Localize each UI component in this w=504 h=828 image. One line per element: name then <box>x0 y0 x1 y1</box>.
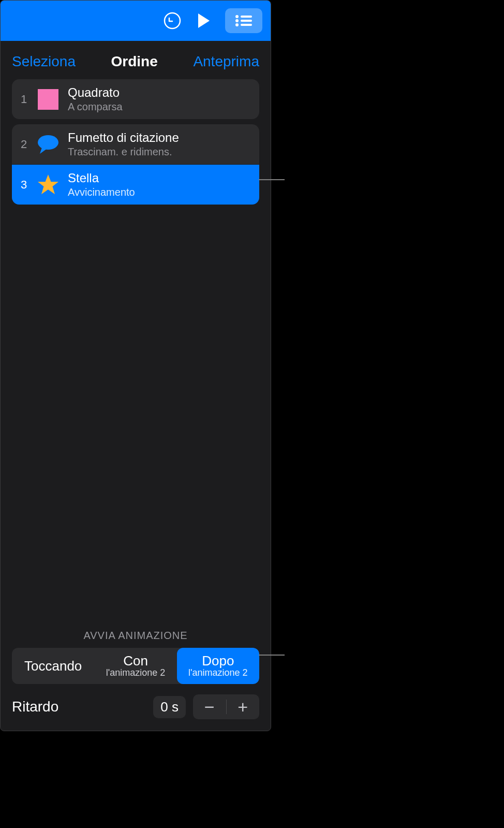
section-label: AVVIA ANIMAZIONE <box>12 630 259 642</box>
list-item-selected[interactable]: 3 Stella Avvicinamento <box>12 165 259 205</box>
svg-rect-4 <box>241 20 252 22</box>
callout-line <box>259 655 285 656</box>
item-subtitle: Avvicinamento <box>68 186 135 198</box>
item-number: 2 <box>19 138 28 151</box>
svg-rect-2 <box>241 16 252 18</box>
tab-select[interactable]: Seleziona <box>12 53 76 70</box>
delay-row: Ritardo 0 s − + <box>12 694 259 719</box>
svg-point-7 <box>38 135 58 150</box>
delay-value: 0 s <box>153 696 186 718</box>
list-button[interactable] <box>225 8 262 33</box>
svg-point-5 <box>235 23 239 26</box>
list-group: 2 Fumetto di citazione Trascinam. e ridi… <box>12 124 259 205</box>
seg-main: Con <box>123 653 148 669</box>
svg-point-1 <box>235 15 239 18</box>
item-subtitle: A comparsa <box>68 101 123 113</box>
star-icon <box>37 173 60 196</box>
item-title: Stella <box>68 171 135 185</box>
item-title: Quadrato <box>68 85 123 100</box>
delay-stepper: − + <box>193 694 259 719</box>
seg-with-build[interactable]: Con l'animazione 2 <box>94 648 176 684</box>
animation-order-panel: Seleziona Ordine Anteprima 1 Quadrato A … <box>0 0 271 731</box>
stepper-plus[interactable]: + <box>227 694 260 719</box>
tab-order: Ordine <box>111 53 158 70</box>
stepper-minus[interactable]: − <box>193 694 226 719</box>
bubble-icon <box>37 133 60 156</box>
item-subtitle: Trascinam. e ridimens. <box>68 146 179 158</box>
footer: AVVIA ANIMAZIONE Toccando Con l'animazio… <box>1 620 271 731</box>
item-number: 1 <box>19 93 28 106</box>
seg-after-build[interactable]: Dopo l'animazione 2 <box>177 648 259 684</box>
seg-sub: l'animazione 2 <box>106 668 166 678</box>
play-button[interactable] <box>196 12 211 29</box>
svg-point-3 <box>235 19 239 22</box>
list-item[interactable]: 2 Fumetto di citazione Trascinam. e ridi… <box>12 124 259 164</box>
item-number: 3 <box>19 178 28 192</box>
seg-on-tap[interactable]: Toccando <box>12 648 94 684</box>
list-group: 1 Quadrato A comparsa <box>12 79 259 119</box>
tab-bar: Seleziona Ordine Anteprima <box>1 41 271 79</box>
seg-main: Dopo <box>202 653 234 669</box>
delay-label: Ritardo <box>12 699 146 715</box>
undo-button[interactable] <box>163 11 182 30</box>
item-title: Fumetto di citazione <box>68 130 179 145</box>
seg-sub: l'animazione 2 <box>188 668 248 678</box>
list-item[interactable]: 1 Quadrato A comparsa <box>12 79 259 119</box>
toolbar <box>1 1 271 41</box>
tab-preview[interactable]: Anteprima <box>193 53 259 70</box>
animation-list: 1 Quadrato A comparsa 2 <box>1 79 271 205</box>
svg-rect-6 <box>241 24 252 26</box>
start-segmented-control: Toccando Con l'animazione 2 Dopo l'anima… <box>12 648 259 684</box>
square-icon <box>37 88 60 111</box>
callout-line <box>259 179 285 180</box>
